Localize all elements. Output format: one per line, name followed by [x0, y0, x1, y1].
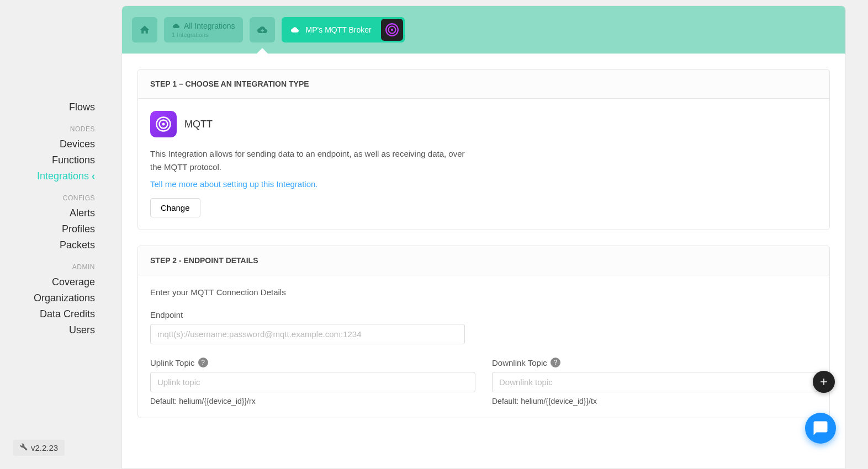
nav-coverage[interactable]: Coverage — [0, 274, 110, 290]
sidebar: Flows NODES Devices Functions Integratio… — [0, 0, 110, 469]
chat-icon — [812, 420, 829, 436]
cloud-icon — [289, 26, 300, 34]
home-button[interactable] — [132, 17, 157, 42]
mqtt-target-icon — [381, 19, 403, 41]
downlink-input[interactable] — [492, 372, 817, 392]
step1-header: STEP 1 – CHOOSE AN INTEGRATION TYPE — [138, 70, 829, 99]
floating-add-button[interactable] — [813, 371, 835, 393]
downlink-help-icon[interactable]: ? — [551, 358, 560, 367]
change-button[interactable]: Change — [150, 198, 200, 217]
cloud-plus-icon — [256, 25, 269, 35]
nav-profiles[interactable]: Profiles — [0, 221, 110, 237]
floating-chat-button[interactable] — [805, 413, 836, 444]
plus-icon — [818, 376, 829, 387]
nav-devices[interactable]: Devices — [0, 136, 110, 152]
step2-header: STEP 2 - ENDPOINT DETAILS — [138, 246, 829, 275]
nav-integrations[interactable]: Integrations — [0, 168, 110, 184]
uplink-input[interactable] — [150, 372, 475, 392]
nav-users[interactable]: Users — [0, 322, 110, 338]
mqtt-tab-label: MP's MQTT Broker — [306, 25, 374, 34]
nav-section-nodes: NODES — [0, 115, 110, 136]
integration-type-name: MQTT — [184, 119, 213, 130]
wrench-icon — [20, 443, 28, 452]
all-integrations-tab[interactable]: All Integrations 1 Integrations — [164, 17, 243, 42]
downlink-label: Downlink Topic — [492, 358, 547, 367]
add-integration-button[interactable] — [250, 17, 275, 42]
svg-point-7 — [162, 123, 165, 126]
nav-functions[interactable]: Functions — [0, 152, 110, 168]
uplink-help-icon[interactable]: ? — [198, 358, 208, 367]
step2-card: STEP 2 - ENDPOINT DETAILS Enter your MQT… — [137, 246, 830, 418]
home-icon — [139, 24, 150, 35]
svg-point-4 — [391, 29, 393, 31]
content-area: STEP 1 – CHOOSE AN INTEGRATION TYPE MQTT… — [122, 54, 845, 468]
mqtt-broker-tab[interactable]: MP's MQTT Broker — [282, 17, 405, 42]
nav-alerts[interactable]: Alerts — [0, 205, 110, 221]
nav-packets[interactable]: Packets — [0, 237, 110, 253]
uplink-label: Uplink Topic — [150, 358, 195, 367]
all-integrations-label: All Integrations — [184, 22, 235, 30]
downlink-hint: Default: helium/{{device_id}}/tx — [492, 397, 817, 406]
endpoint-label: Endpoint — [150, 310, 465, 319]
version-text: v2.2.23 — [31, 443, 58, 452]
learn-more-link[interactable]: Tell me more about setting up this Integ… — [150, 179, 318, 189]
integration-description: This Integration allows for sending data… — [150, 147, 470, 174]
step1-card: STEP 1 – CHOOSE AN INTEGRATION TYPE MQTT… — [137, 69, 830, 230]
all-integrations-count: 1 Integrations — [172, 31, 209, 38]
nav-organizations[interactable]: Organizations — [0, 290, 110, 306]
top-bar: All Integrations 1 Integrations MP's MQT… — [122, 6, 845, 54]
main-panel: All Integrations 1 Integrations MP's MQT… — [121, 6, 846, 469]
nav-section-admin: ADMIN — [0, 253, 110, 274]
nav-section-configs: CONFIGS — [0, 184, 110, 205]
nav-flows[interactable]: Flows — [0, 99, 110, 115]
nav-data-credits[interactable]: Data Credits — [0, 306, 110, 322]
cloud-icon — [172, 23, 181, 29]
mqtt-badge-icon — [150, 111, 177, 137]
uplink-hint: Default: helium/{{device_id}}/rx — [150, 397, 475, 406]
version-badge[interactable]: v2.2.23 — [13, 440, 65, 456]
endpoint-input[interactable] — [150, 324, 465, 344]
svg-rect-1 — [261, 30, 264, 31]
step2-intro: Enter your MQTT Connection Details — [150, 287, 817, 297]
